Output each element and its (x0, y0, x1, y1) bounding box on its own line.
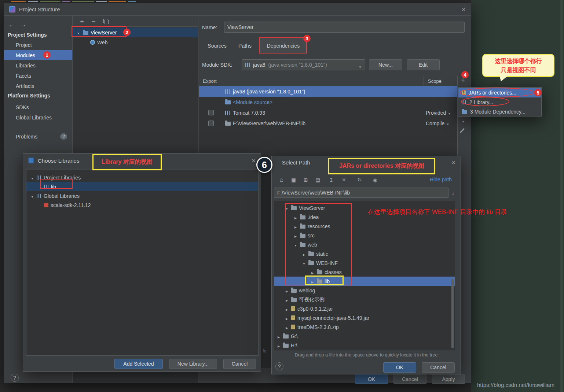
show-hidden-icon[interactable] (373, 177, 377, 182)
ok-button[interactable]: OK (355, 374, 388, 384)
delete-icon[interactable] (342, 177, 346, 183)
sidebar-item-artifacts[interactable]: Artifacts (4, 81, 72, 91)
editor-scrollbar[interactable] (560, 0, 563, 392)
edit-dependency-icon[interactable] (461, 128, 465, 133)
scope-dropdown[interactable]: Compile (426, 121, 449, 126)
tree-item-treedms-zip[interactable]: treeDMS-2.3.8.zip (274, 322, 455, 332)
move-down-icon[interactable] (462, 118, 465, 123)
choose-libraries-icon (28, 158, 34, 163)
drag-hint: Drag and drop a file into the space abov… (272, 352, 461, 358)
new-folder-icon[interactable] (304, 177, 308, 182)
tree-item-drive-h[interactable]: H:\ (274, 341, 455, 350)
new-library-button[interactable]: New Library... (169, 359, 217, 369)
sidebar-item-facets[interactable]: Facets (4, 71, 72, 81)
annotation-jars-view-label: JARs or directories 对应的视图 (328, 158, 435, 174)
popup-item-module-dependency[interactable]: 3 Module Dependency... (458, 107, 541, 117)
chevron-right-icon[interactable] (285, 288, 289, 293)
tree-scrollbar[interactable] (451, 279, 454, 348)
sidebar-item-modules[interactable]: Modules (4, 50, 72, 60)
copy-module-icon[interactable] (103, 19, 108, 24)
tree-item-drive-g[interactable]: G:\ (274, 332, 455, 341)
home-icon[interactable] (280, 177, 283, 183)
folder-icon[interactable] (315, 177, 320, 182)
remove-module-icon[interactable] (92, 18, 96, 25)
chevron-right-icon[interactable] (276, 343, 281, 348)
annotation-box-viewserver-module (72, 26, 127, 37)
obscured-text-fragment: fo (263, 348, 267, 354)
drive-icon (283, 334, 289, 339)
export-checkbox[interactable] (208, 110, 214, 115)
help-button[interactable] (275, 362, 283, 370)
sdk-edit-button[interactable]: Edit (407, 59, 440, 70)
tree-item-visualization-demo[interactable]: 可视化示例 (274, 295, 455, 304)
tree-item-c3p0-jar[interactable]: c3p0-0.9.1.2.jar (274, 304, 455, 313)
code-fragment (72, 1, 94, 2)
code-fragment (109, 1, 126, 2)
path-input[interactable] (274, 188, 448, 198)
annotation-callout: 这里选择哪个都行 只是视图不同 (482, 54, 554, 77)
hide-path-link[interactable]: Hide path (430, 177, 452, 182)
chevron-right-icon[interactable] (285, 306, 289, 312)
file-chooser-toolbar: Hide path (272, 175, 461, 185)
sdk-new-button[interactable]: New... (369, 59, 402, 70)
sidebar-item-problems[interactable]: Problems 2 (4, 132, 72, 141)
tree-item-mysql-connector-jar[interactable]: mysql-connector-java-5.1.49.jar (274, 313, 455, 322)
annotation-box-viewserver-tree (285, 203, 352, 285)
add-selected-button[interactable]: Add Selected (114, 359, 163, 369)
close-icon[interactable] (252, 157, 256, 164)
close-icon[interactable] (451, 159, 455, 166)
dependency-row-jdk[interactable]: java8 (java version "1.8.0_101") (199, 86, 457, 97)
sidebar-item-project[interactable]: Project (4, 40, 72, 50)
module-name-input[interactable] (224, 22, 465, 33)
desktop-icon[interactable] (291, 177, 296, 182)
jdk-icon (225, 89, 230, 94)
dependencies-table-header: Export Scope (199, 76, 457, 86)
module-sdk-label: Module SDK: (202, 62, 232, 68)
dialog-title-bar: Project Structure (4, 3, 471, 16)
back-icon[interactable] (8, 22, 15, 28)
cancel-button[interactable]: Cancel (393, 374, 426, 384)
add-module-icon[interactable] (80, 18, 84, 25)
chevron-right-icon[interactable] (276, 333, 281, 339)
module-tree-item-web[interactable]: Web (73, 38, 198, 47)
module-sdk-combobox[interactable]: java8 (java version "1.8.0_101") (242, 59, 365, 70)
help-button[interactable] (11, 374, 19, 382)
callout-line-2: 只是视图不同 (483, 66, 554, 75)
refresh-icon[interactable] (357, 177, 362, 182)
tab-sources[interactable]: Sources (204, 38, 230, 53)
download-path-icon[interactable] (452, 190, 455, 196)
export-checkbox[interactable] (208, 121, 214, 126)
callout-line-1: 这里选择哪个都行 (483, 56, 554, 66)
code-fragment (11, 1, 26, 2)
tab-paths[interactable]: Paths (234, 38, 256, 53)
libraries-tree-panel: Project Libraries lib Global Libraries s… (26, 170, 259, 356)
dialog-title: Select Path (282, 159, 310, 166)
dependency-row-module-source[interactable]: <Module source> (199, 97, 457, 107)
chevron-down-icon[interactable] (30, 193, 34, 199)
close-icon[interactable] (462, 6, 466, 13)
apply-button[interactable]: Apply (432, 374, 465, 384)
tree-item-scala-sdk[interactable]: scala-sdk-2.11.12 (26, 200, 258, 210)
dependency-row-tomcat[interactable]: Tomcat 7.0.93 Provided (199, 107, 457, 118)
ok-button[interactable]: OK (383, 362, 416, 373)
annotation-box-lib-library (40, 179, 73, 189)
dependency-row-lib[interactable]: F:\ViewServer\web\WEB-INF\lib Compile (199, 118, 457, 129)
tree-item-global-libraries[interactable]: Global Libraries (26, 191, 258, 200)
chevron-right-icon[interactable] (285, 297, 289, 303)
move-up-icon[interactable] (329, 177, 334, 182)
drive-icon (283, 344, 289, 348)
cancel-button[interactable]: Cancel (223, 359, 256, 369)
tree-item-weblog[interactable]: weblog (274, 286, 455, 295)
annotation-number-4: 4 (461, 71, 469, 78)
jdk-icon (245, 63, 250, 67)
sidebar-item-global-libraries[interactable]: Global Libraries (4, 112, 72, 122)
chevron-right-icon[interactable] (285, 324, 289, 330)
sidebar-item-sdks[interactable]: SDKs (4, 102, 72, 112)
chevron-right-icon[interactable] (285, 315, 289, 321)
folder-icon (291, 289, 297, 293)
scope-dropdown[interactable]: Provided (426, 110, 451, 116)
sidebar-item-libraries[interactable]: Libraries (4, 60, 72, 70)
forward-icon[interactable] (20, 22, 26, 28)
chevron-down-icon[interactable] (30, 175, 34, 181)
cancel-button[interactable]: Cancel (422, 362, 455, 373)
